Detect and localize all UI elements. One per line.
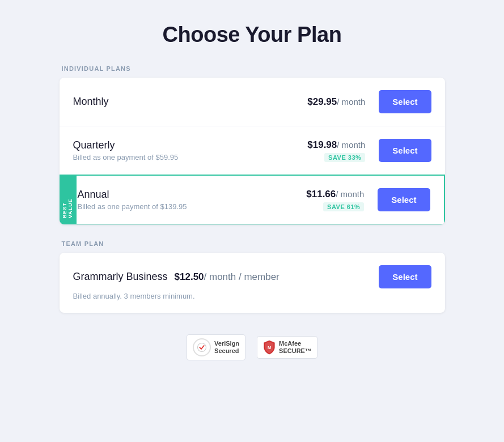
gb-price-inline: $12.50/ month / member bbox=[175, 271, 279, 283]
plan-quarterly-billing-note: Billed as one payment of $59.95 bbox=[73, 153, 275, 162]
gb-plan-name: Grammarly Business bbox=[73, 271, 168, 283]
team-plans-card: Grammarly Business $12.50/ month / membe… bbox=[60, 253, 445, 313]
plan-row-annual: BEST VALUE Annual Billed as one payment … bbox=[60, 175, 445, 224]
plan-quarterly-price-col: $19.98/ month SAVE 33% bbox=[274, 139, 365, 162]
gb-price-amount: $12.50 bbox=[175, 271, 204, 282]
gb-top: Grammarly Business $12.50/ month / membe… bbox=[73, 265, 431, 288]
best-value-badge-wrapper: BEST VALUE bbox=[60, 176, 77, 224]
mcafee-icon: M bbox=[263, 340, 276, 355]
best-value-badge: BEST VALUE bbox=[60, 176, 77, 224]
gb-billing-note: Billed annually. 3 members minimum. bbox=[73, 292, 195, 300]
plan-quarterly-period: / month bbox=[337, 140, 365, 150]
team-plan-label: TEAM PLAN bbox=[60, 240, 445, 247]
select-annual-button[interactable]: Select bbox=[378, 188, 430, 211]
plan-annual-name-col: Annual Billed as one payment of $139.95 bbox=[73, 189, 274, 211]
page-title: Choose Your Plan bbox=[163, 23, 342, 47]
plan-annual-name: Annual bbox=[78, 189, 274, 201]
plan-quarterly-price: $19.98/ month bbox=[307, 139, 365, 151]
individual-plans-section: INDIVIDUAL PLANS Monthly $29.95/ month S… bbox=[60, 65, 445, 224]
plan-annual-save-badge: SAVE 61% bbox=[323, 202, 364, 211]
plan-monthly-price-col: $29.95/ month bbox=[274, 96, 365, 108]
team-plan-section: TEAM PLAN Grammarly Business $12.50/ mon… bbox=[60, 240, 445, 313]
plan-annual-billing-note: Billed as one payment of $139.95 bbox=[78, 202, 274, 211]
plan-annual-amount: $11.66 bbox=[306, 189, 336, 199]
select-monthly-button[interactable]: Select bbox=[379, 90, 431, 113]
plan-annual-price-col: $11.66/ month SAVE 61% bbox=[273, 189, 364, 211]
mcafee-badge: M McAfee SECURE™ bbox=[257, 336, 317, 359]
plan-monthly-period: / month bbox=[337, 97, 365, 107]
verisign-badge: VeriSign Secured bbox=[187, 334, 245, 360]
individual-plans-card: Monthly $29.95/ month Select Quarterly B… bbox=[60, 78, 445, 224]
plan-monthly-amount: $29.95 bbox=[307, 96, 337, 107]
plan-quarterly-name-col: Quarterly Billed as one payment of $59.9… bbox=[73, 139, 275, 162]
plan-monthly-price: $29.95/ month bbox=[307, 96, 365, 108]
plan-annual-period: / month bbox=[336, 189, 364, 199]
svg-text:M: M bbox=[268, 345, 271, 350]
trust-badges: VeriSign Secured M McAfee SECURE™ bbox=[187, 334, 317, 360]
select-grammarly-business-button[interactable]: Select bbox=[379, 265, 431, 288]
verisign-icon bbox=[193, 338, 211, 356]
plan-monthly-name-col: Monthly bbox=[73, 96, 275, 108]
mcafee-text: McAfee SECURE™ bbox=[279, 340, 311, 355]
plan-annual-price: $11.66/ month bbox=[306, 189, 364, 200]
plan-row-grammarly-business: Grammarly Business $12.50/ month / membe… bbox=[60, 253, 445, 313]
plan-row-quarterly: Quarterly Billed as one payment of $59.9… bbox=[60, 126, 445, 175]
verisign-text: VeriSign Secured bbox=[214, 340, 239, 355]
select-quarterly-button[interactable]: Select bbox=[379, 139, 431, 162]
plan-quarterly-amount: $19.98 bbox=[307, 139, 337, 150]
svg-point-0 bbox=[198, 343, 206, 352]
gb-price-period: / month / member bbox=[204, 271, 279, 282]
plan-row-monthly: Monthly $29.95/ month Select bbox=[60, 78, 445, 126]
plan-quarterly-name: Quarterly bbox=[73, 139, 275, 151]
plan-monthly-name: Monthly bbox=[73, 96, 275, 108]
gb-top-right: Select bbox=[379, 265, 431, 288]
individual-plans-label: INDIVIDUAL PLANS bbox=[60, 65, 445, 72]
plan-quarterly-save-badge: SAVE 33% bbox=[324, 153, 365, 162]
